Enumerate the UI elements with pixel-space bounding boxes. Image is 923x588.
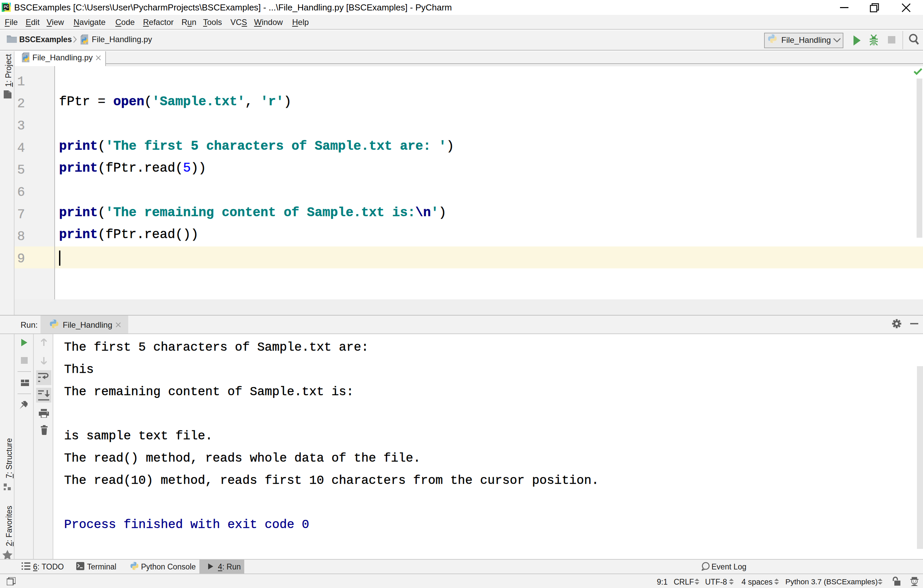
svg-text:PC: PC bbox=[4, 5, 9, 9]
